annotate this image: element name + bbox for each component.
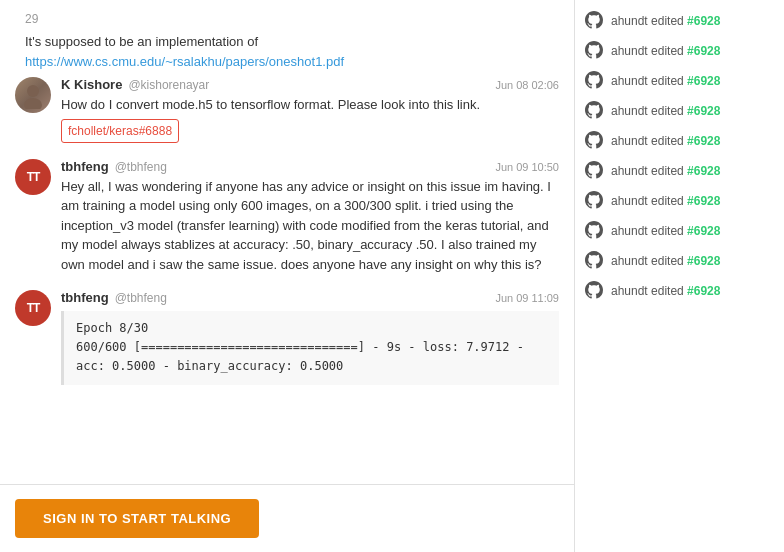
intro-link[interactable]: https://www.cs.cmu.edu/~rsalakhu/papers/… [25, 54, 344, 69]
sidebar-item: ahundt edited #6928 [575, 96, 784, 126]
sidebar-user: ahundt edited #6928 [611, 284, 774, 298]
avatar: TT [15, 290, 51, 326]
sidebar-github-icon [585, 281, 605, 301]
sidebar-user: ahundt edited #6928 [611, 74, 774, 88]
sidebar-user: ahundt edited #6928 [611, 254, 774, 268]
message-text: Hey all, I was wondering if anyone has a… [61, 177, 559, 275]
person-icon [19, 81, 47, 109]
sidebar-item: ahundt edited #6928 [575, 276, 784, 306]
intro-text: It's supposed to be an implementation of [25, 34, 258, 49]
sidebar-user: ahundt edited #6928 [611, 14, 774, 28]
sidebar-github-icon [585, 221, 605, 241]
sidebar-github-icon [585, 11, 605, 31]
message-timestamp: Jun 09 11:09 [495, 292, 559, 304]
counter-value: 29 [25, 12, 38, 26]
sidebar-user: ahundt edited #6928 [611, 224, 774, 238]
sidebar-github-icon [585, 161, 605, 181]
message-item: TT tbhfeng @tbhfeng Jun 09 10:50 Hey all… [15, 159, 559, 275]
message-header: tbhfeng @tbhfeng Jun 09 11:09 [61, 290, 559, 305]
code-line-3: acc: 0.5000 - binary_accuracy: 0.5000 [76, 359, 343, 373]
sidebar-github-icon [585, 251, 605, 271]
sidebar-issue-link[interactable]: #6928 [687, 254, 720, 268]
message-handle: @tbhfeng [115, 160, 167, 174]
sidebar-issue-link[interactable]: #6928 [687, 134, 720, 148]
sidebar-item: ahundt edited #6928 [575, 6, 784, 36]
message-handle: @tbhfeng [115, 291, 167, 305]
sidebar-github-icon [585, 71, 605, 91]
message-username: tbhfeng [61, 290, 109, 305]
sidebar-issue-link[interactable]: #6928 [687, 14, 720, 28]
message-username: tbhfeng [61, 159, 109, 174]
sidebar-item: ahundt edited #6928 [575, 246, 784, 276]
red-link[interactable]: fchollet/keras#6888 [61, 119, 179, 143]
sidebar-item: ahundt edited #6928 [575, 66, 784, 96]
sidebar-issue-link[interactable]: #6928 [687, 74, 720, 88]
intro-text-block: It's supposed to be an implementation of… [15, 32, 559, 71]
avatar-initials: TT [15, 159, 51, 195]
message-counter: 29 [15, 10, 559, 28]
message-body: tbhfeng @tbhfeng Jun 09 10:50 Hey all, I… [61, 159, 559, 275]
sidebar-github-icon [585, 191, 605, 211]
sidebar-item: ahundt edited #6928 [575, 186, 784, 216]
message-item: K Kishore @kishorenayar Jun 08 02:06 How… [15, 77, 559, 143]
code-line-2: 600/600 [==============================]… [76, 340, 524, 354]
sidebar-item: ahundt edited #6928 [575, 156, 784, 186]
message-header: K Kishore @kishorenayar Jun 08 02:06 [61, 77, 559, 92]
sidebar-github-icon [585, 41, 605, 61]
message-content: Hey all, I was wondering if anyone has a… [61, 179, 551, 272]
avatar: TT [15, 159, 51, 195]
main-panel: 29 It's supposed to be an implementation… [0, 0, 575, 552]
message-body: K Kishore @kishorenayar Jun 08 02:06 How… [61, 77, 559, 143]
message-header: tbhfeng @tbhfeng Jun 09 10:50 [61, 159, 559, 174]
message-handle: @kishorenayar [128, 78, 209, 92]
message-timestamp: Jun 08 02:06 [495, 79, 559, 91]
message-body: tbhfeng @tbhfeng Jun 09 11:09 Epoch 8/30… [61, 290, 559, 385]
sidebar-github-icon [585, 131, 605, 151]
sidebar-items-container: ahundt edited #6928 ahundt edited #6928 … [575, 6, 784, 306]
sidebar-issue-link[interactable]: #6928 [687, 224, 720, 238]
sidebar-issue-link[interactable]: #6928 [687, 44, 720, 58]
message-timestamp: Jun 09 10:50 [495, 161, 559, 173]
messages-area: 29 It's supposed to be an implementation… [0, 0, 574, 484]
svg-point-0 [27, 85, 39, 97]
avatar-photo [15, 77, 51, 113]
sidebar-item: ahundt edited #6928 [575, 126, 784, 156]
sidebar-user: ahundt edited #6928 [611, 194, 774, 208]
sign-in-button[interactable]: SIGN IN TO START TALKING [15, 499, 259, 538]
sidebar-item: ahundt edited #6928 [575, 36, 784, 66]
avatar-initials: TT [15, 290, 51, 326]
sidebar-user: ahundt edited #6928 [611, 44, 774, 58]
sidebar-item: ahundt edited #6928 [575, 216, 784, 246]
sidebar-issue-link[interactable]: #6928 [687, 194, 720, 208]
sidebar-github-icon [585, 101, 605, 121]
sidebar-user: ahundt edited #6928 [611, 164, 774, 178]
message-text: How do I convert mode.h5 to tensorflow f… [61, 95, 559, 143]
message-item: TT tbhfeng @tbhfeng Jun 09 11:09 Epoch 8… [15, 290, 559, 385]
sidebar-issue-link[interactable]: #6928 [687, 104, 720, 118]
code-block: Epoch 8/30 600/600 [====================… [61, 311, 559, 385]
sidebar-issue-link[interactable]: #6928 [687, 284, 720, 298]
message-username: K Kishore [61, 77, 122, 92]
avatar [15, 77, 51, 113]
sidebar-user: ahundt edited #6928 [611, 134, 774, 148]
sidebar: ahundt edited #6928 ahundt edited #6928 … [575, 0, 784, 552]
sidebar-user: ahundt edited #6928 [611, 104, 774, 118]
sidebar-issue-link[interactable]: #6928 [687, 164, 720, 178]
sign-in-bar: SIGN IN TO START TALKING [0, 484, 574, 552]
svg-point-1 [24, 98, 42, 109]
message-content: How do I convert mode.h5 to tensorflow f… [61, 97, 480, 112]
code-line-1: Epoch 8/30 [76, 321, 148, 335]
